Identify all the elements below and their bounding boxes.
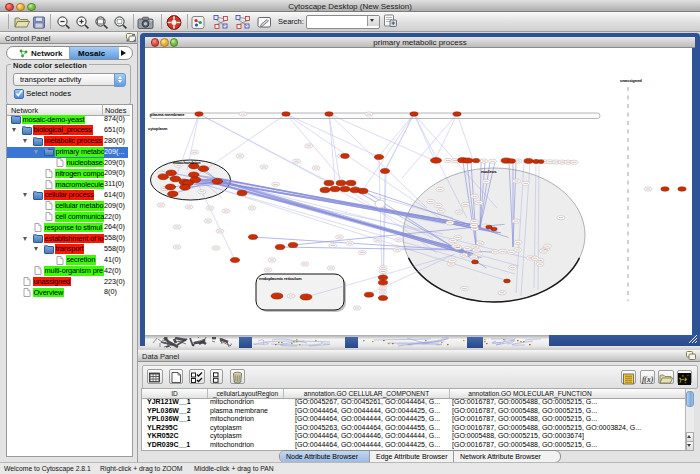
- svg-text:f(x): f(x): [642, 375, 653, 384]
- svg-text:cytoplasm: cytoplasm: [148, 126, 168, 131]
- svg-text:endoplasmic reticulum: endoplasmic reticulum: [259, 276, 302, 281]
- svg-text:nucleus: nucleus: [481, 169, 497, 174]
- svg-text:plasma membrane: plasma membrane: [150, 112, 185, 117]
- svg-text:mitochondrion: mitochondrion: [173, 160, 201, 165]
- svg-text:unassigned: unassigned: [620, 78, 642, 83]
